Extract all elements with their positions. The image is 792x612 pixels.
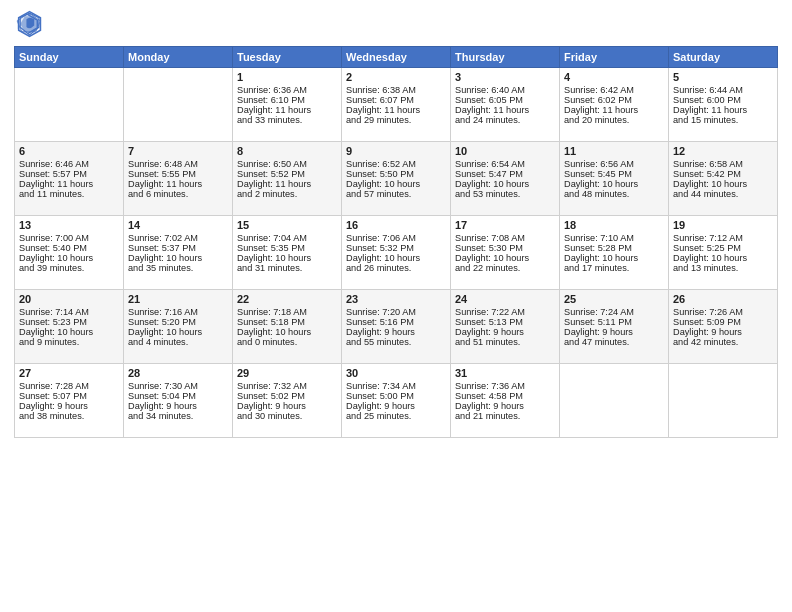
cell-info-line: Sunrise: 7:24 AM	[564, 307, 664, 317]
cell-info-line: Sunset: 5:30 PM	[455, 243, 555, 253]
cell-info-line: Sunset: 5:09 PM	[673, 317, 773, 327]
day-number: 21	[128, 293, 228, 305]
logo-icon	[14, 10, 42, 38]
cell-info-line: Sunrise: 6:46 AM	[19, 159, 119, 169]
calendar-cell: 6Sunrise: 6:46 AMSunset: 5:57 PMDaylight…	[15, 142, 124, 216]
calendar-cell: 22Sunrise: 7:18 AMSunset: 5:18 PMDayligh…	[233, 290, 342, 364]
calendar-cell: 18Sunrise: 7:10 AMSunset: 5:28 PMDayligh…	[560, 216, 669, 290]
cell-info-line: Daylight: 10 hours	[128, 253, 228, 263]
cell-info-line: Sunrise: 7:28 AM	[19, 381, 119, 391]
cell-info-line: Sunset: 5:32 PM	[346, 243, 446, 253]
cell-info-line: and 13 minutes.	[673, 263, 773, 273]
day-number: 15	[237, 219, 337, 231]
cell-info-line: Daylight: 11 hours	[564, 105, 664, 115]
cell-info-line: and 48 minutes.	[564, 189, 664, 199]
calendar-cell: 3Sunrise: 6:40 AMSunset: 6:05 PMDaylight…	[451, 68, 560, 142]
day-number: 26	[673, 293, 773, 305]
cell-info-line: Sunset: 6:00 PM	[673, 95, 773, 105]
day-number: 6	[19, 145, 119, 157]
calendar-week-5: 27Sunrise: 7:28 AMSunset: 5:07 PMDayligh…	[15, 364, 778, 438]
calendar-cell: 9Sunrise: 6:52 AMSunset: 5:50 PMDaylight…	[342, 142, 451, 216]
cell-info-line: and 17 minutes.	[564, 263, 664, 273]
calendar-cell: 7Sunrise: 6:48 AMSunset: 5:55 PMDaylight…	[124, 142, 233, 216]
col-sunday: Sunday	[15, 47, 124, 68]
cell-info-line: and 25 minutes.	[346, 411, 446, 421]
cell-info-line: Sunrise: 7:12 AM	[673, 233, 773, 243]
day-number: 24	[455, 293, 555, 305]
cell-info-line: Daylight: 10 hours	[19, 327, 119, 337]
day-number: 28	[128, 367, 228, 379]
cell-info-line: Sunset: 5:04 PM	[128, 391, 228, 401]
cell-info-line: and 44 minutes.	[673, 189, 773, 199]
cell-info-line: Sunrise: 7:06 AM	[346, 233, 446, 243]
cell-info-line: Sunrise: 7:10 AM	[564, 233, 664, 243]
calendar-cell: 29Sunrise: 7:32 AMSunset: 5:02 PMDayligh…	[233, 364, 342, 438]
cell-info-line: Sunset: 5:02 PM	[237, 391, 337, 401]
day-number: 2	[346, 71, 446, 83]
cell-info-line: Sunrise: 7:22 AM	[455, 307, 555, 317]
cell-info-line: Daylight: 9 hours	[19, 401, 119, 411]
cell-info-line: Sunrise: 7:04 AM	[237, 233, 337, 243]
day-number: 30	[346, 367, 446, 379]
calendar-header: Sunday Monday Tuesday Wednesday Thursday…	[15, 47, 778, 68]
cell-info-line: Daylight: 11 hours	[237, 179, 337, 189]
day-number: 8	[237, 145, 337, 157]
cell-info-line: Sunset: 4:58 PM	[455, 391, 555, 401]
cell-info-line: Daylight: 9 hours	[564, 327, 664, 337]
cell-info-line: Daylight: 11 hours	[673, 105, 773, 115]
cell-info-line: Sunset: 6:05 PM	[455, 95, 555, 105]
cell-info-line: Sunset: 5:52 PM	[237, 169, 337, 179]
cell-info-line: Sunrise: 6:42 AM	[564, 85, 664, 95]
cell-info-line: Sunset: 5:45 PM	[564, 169, 664, 179]
calendar-cell: 20Sunrise: 7:14 AMSunset: 5:23 PMDayligh…	[15, 290, 124, 364]
day-number: 12	[673, 145, 773, 157]
cell-info-line: and 42 minutes.	[673, 337, 773, 347]
day-number: 7	[128, 145, 228, 157]
cell-info-line: Sunset: 6:02 PM	[564, 95, 664, 105]
cell-info-line: Daylight: 10 hours	[237, 327, 337, 337]
cell-info-line: Daylight: 9 hours	[237, 401, 337, 411]
cell-info-line: Daylight: 9 hours	[673, 327, 773, 337]
cell-info-line: Sunrise: 7:14 AM	[19, 307, 119, 317]
calendar-cell: 5Sunrise: 6:44 AMSunset: 6:00 PMDaylight…	[669, 68, 778, 142]
day-number: 5	[673, 71, 773, 83]
cell-info-line: and 21 minutes.	[455, 411, 555, 421]
calendar-cell: 4Sunrise: 6:42 AMSunset: 6:02 PMDaylight…	[560, 68, 669, 142]
cell-info-line: and 0 minutes.	[237, 337, 337, 347]
calendar-week-2: 6Sunrise: 6:46 AMSunset: 5:57 PMDaylight…	[15, 142, 778, 216]
cell-info-line: Sunset: 5:35 PM	[237, 243, 337, 253]
col-wednesday: Wednesday	[342, 47, 451, 68]
cell-info-line: and 29 minutes.	[346, 115, 446, 125]
calendar-cell: 14Sunrise: 7:02 AMSunset: 5:37 PMDayligh…	[124, 216, 233, 290]
col-tuesday: Tuesday	[233, 47, 342, 68]
cell-info-line: Sunset: 5:28 PM	[564, 243, 664, 253]
day-number: 18	[564, 219, 664, 231]
calendar-cell: 11Sunrise: 6:56 AMSunset: 5:45 PMDayligh…	[560, 142, 669, 216]
header-row: Sunday Monday Tuesday Wednesday Thursday…	[15, 47, 778, 68]
cell-info-line: and 39 minutes.	[19, 263, 119, 273]
cell-info-line: Sunrise: 7:18 AM	[237, 307, 337, 317]
calendar-table: Sunday Monday Tuesday Wednesday Thursday…	[14, 46, 778, 438]
cell-info-line: Sunset: 5:40 PM	[19, 243, 119, 253]
calendar-cell: 24Sunrise: 7:22 AMSunset: 5:13 PMDayligh…	[451, 290, 560, 364]
day-number: 1	[237, 71, 337, 83]
cell-info-line: Sunset: 5:20 PM	[128, 317, 228, 327]
calendar-cell: 13Sunrise: 7:00 AMSunset: 5:40 PMDayligh…	[15, 216, 124, 290]
cell-info-line: Sunrise: 7:30 AM	[128, 381, 228, 391]
day-number: 16	[346, 219, 446, 231]
calendar-cell	[124, 68, 233, 142]
col-saturday: Saturday	[669, 47, 778, 68]
calendar-cell: 10Sunrise: 6:54 AMSunset: 5:47 PMDayligh…	[451, 142, 560, 216]
day-number: 22	[237, 293, 337, 305]
cell-info-line: and 47 minutes.	[564, 337, 664, 347]
cell-info-line: Daylight: 10 hours	[564, 253, 664, 263]
cell-info-line: and 31 minutes.	[237, 263, 337, 273]
calendar-week-3: 13Sunrise: 7:00 AMSunset: 5:40 PMDayligh…	[15, 216, 778, 290]
cell-info-line: and 22 minutes.	[455, 263, 555, 273]
cell-info-line: and 30 minutes.	[237, 411, 337, 421]
day-number: 17	[455, 219, 555, 231]
cell-info-line: Sunrise: 6:36 AM	[237, 85, 337, 95]
calendar-cell: 31Sunrise: 7:36 AMSunset: 4:58 PMDayligh…	[451, 364, 560, 438]
cell-info-line: Sunrise: 6:54 AM	[455, 159, 555, 169]
day-number: 31	[455, 367, 555, 379]
